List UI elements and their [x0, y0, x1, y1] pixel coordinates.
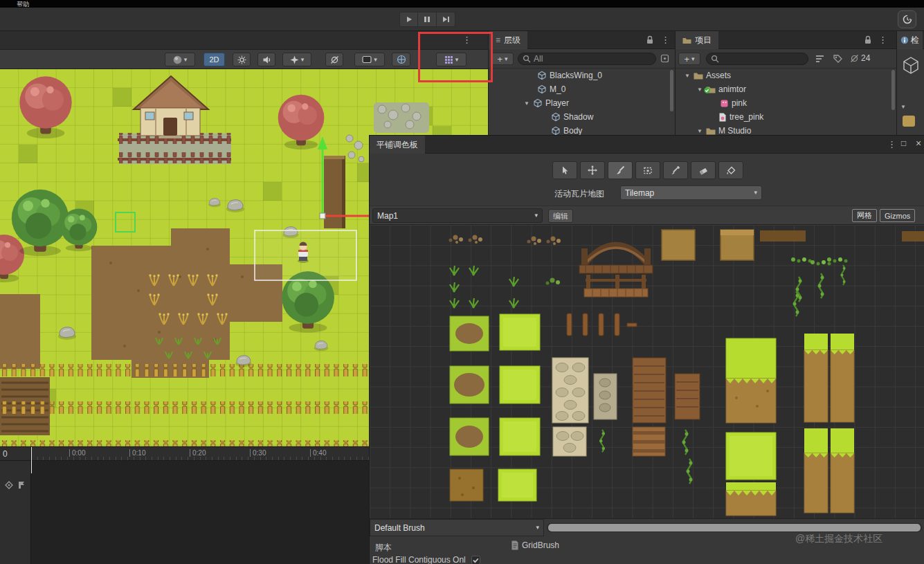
ruler-tick-label: 0:00 — [69, 449, 85, 457]
picker-tool-button[interactable] — [663, 161, 688, 179]
selected-object-cube-icon — [902, 56, 920, 74]
visibility-toggle[interactable] — [325, 53, 343, 66]
move-tool-button[interactable] — [580, 161, 605, 179]
search-picker-icon[interactable] — [660, 54, 669, 63]
history-icon — [902, 14, 913, 25]
palette-hscrollbar-thumb[interactable] — [548, 524, 921, 531]
project-panel: 项目 ⋮ + ▾ 24 ▼ Assets ▼ anim — [675, 31, 896, 135]
hierarchy-context-menu-icon[interactable]: ⋮ — [661, 35, 670, 44]
expander-icon[interactable]: ▼ — [684, 73, 691, 79]
script-field-value: GridBrush — [511, 540, 559, 550]
tab-inspector[interactable]: 检 — [897, 31, 923, 49]
audio-toggle[interactable] — [257, 53, 275, 66]
lock-icon[interactable] — [646, 35, 654, 44]
project-row[interactable]: ▼ animtor — [696, 82, 746, 96]
plus-icon: + — [497, 55, 502, 64]
pause-icon — [424, 15, 431, 24]
hierarchy-search-input[interactable]: All — [518, 53, 656, 65]
timeline-panel: 0 0:00 0:10 0:20 0:30 0:40 — [0, 446, 369, 564]
hidden-count-label: 24 — [861, 53, 870, 63]
tile-palette-tabbar: 平铺调色板 ⋮ □ × — [370, 136, 924, 154]
folder-icon — [682, 37, 691, 44]
tile-palette-panel: 平铺调色板 ⋮ □ × — [369, 135, 924, 564]
expander-icon[interactable]: ▼ — [696, 128, 703, 134]
play-icon — [405, 15, 413, 24]
lighting-toggle[interactable] — [233, 53, 251, 66]
plus-icon: + — [684, 55, 689, 64]
hierarchy-row[interactable]: Shadow — [551, 110, 593, 124]
tab-hierarchy[interactable]: ≡ 层级 — [489, 31, 527, 49]
hierarchy-add-button[interactable]: + ▾ — [491, 53, 514, 65]
palette-select-dropdown[interactable]: Map1 ▾ — [372, 208, 543, 223]
project-scrollbar[interactable] — [891, 70, 895, 110]
hierarchy-tab-label: 层级 — [504, 35, 520, 46]
step-button[interactable] — [437, 12, 455, 27]
brush-dropdown[interactable]: Default Brush ▾ — [370, 519, 544, 536]
shading-mode-dropdown[interactable]: ▾ — [165, 53, 195, 66]
palette-canvas[interactable] — [370, 225, 924, 518]
eraser-tool-button[interactable] — [691, 161, 716, 179]
gizmos-axis-button[interactable] — [392, 53, 410, 66]
timeline-playhead[interactable] — [31, 447, 32, 473]
scene-menu-icon[interactable]: ⋮ — [462, 35, 471, 44]
gizmos-dropdown-button[interactable]: Gizmos — [880, 209, 915, 222]
hierarchy-row[interactable]: M_0 — [537, 82, 565, 96]
search-by-label-icon[interactable] — [833, 54, 842, 63]
project-item-label: tree_pink — [730, 112, 763, 122]
project-row[interactable]: ▼ Assets — [684, 69, 731, 82]
lock-icon[interactable] — [864, 35, 872, 44]
effects-dropdown[interactable]: ▾ — [282, 53, 311, 66]
menu-help[interactable]: 帮助 — [17, 0, 29, 8]
hierarchy-scrollbar[interactable] — [670, 70, 673, 111]
tab-project[interactable]: 项目 — [676, 31, 718, 49]
project-item-label: Assets — [706, 71, 731, 80]
expander-icon[interactable]: ▼ — [523, 100, 530, 107]
project-context-menu-icon[interactable]: ⋮ — [878, 35, 887, 44]
project-search-input[interactable] — [706, 53, 808, 65]
palette-hscrollbar[interactable] — [547, 523, 922, 532]
history-button[interactable] — [898, 10, 916, 28]
maximize-icon[interactable]: □ — [901, 139, 906, 147]
menu-bar: 帮助 — [0, 0, 924, 8]
fill-tool-button[interactable] — [718, 161, 743, 179]
inspector-foldout-caret-icon[interactable]: ▼ — [900, 104, 906, 110]
palette-context-menu-icon[interactable]: ⋮ — [887, 140, 896, 149]
box-tool-button[interactable] — [635, 161, 660, 179]
timeline-ruler[interactable]: 0:00 0:10 0:20 0:30 0:40 — [31, 447, 369, 461]
project-row[interactable]: pink — [720, 96, 747, 110]
tilemap-grid-dropdown[interactable]: ▾ — [436, 53, 466, 66]
caret-down-icon: ▾ — [505, 56, 508, 62]
tab-tile-palette[interactable]: 平铺调色板 — [370, 136, 425, 154]
add-keyframe-button[interactable] — [4, 480, 14, 490]
close-icon[interactable]: × — [916, 138, 921, 148]
pause-button[interactable] — [418, 12, 437, 27]
project-add-button[interactable]: + ▾ — [678, 53, 700, 65]
hidden-count-eye-icon[interactable] — [850, 54, 859, 63]
active-tilemap-dropdown[interactable]: Tilemap ▾ — [620, 185, 762, 200]
2d-toggle[interactable]: 2D — [203, 53, 225, 66]
caret-down-icon: ▾ — [455, 57, 459, 63]
project-row[interactable]: tree_pink — [718, 110, 763, 124]
inspector-tabbar: 检 — [897, 31, 924, 49]
play-button[interactable] — [399, 12, 418, 27]
add-event-button[interactable] — [17, 480, 26, 490]
search-by-type-icon[interactable] — [815, 54, 824, 63]
scene-toolbar: ▾ 2D ▾ ▾ — [0, 50, 488, 69]
ruler-tick-label: 0:40 — [310, 449, 326, 457]
brush-tool-button[interactable] — [608, 161, 633, 179]
camera-preview-dropdown[interactable]: ▾ — [354, 53, 385, 66]
hierarchy-row[interactable]: ▼ Player — [523, 96, 569, 110]
timeline-frame-field[interactable]: 0 — [0, 447, 31, 461]
timeline-lanes[interactable] — [31, 461, 369, 564]
hierarchy-item-label: BlacksWing_0 — [550, 71, 602, 80]
expander-icon[interactable]: ▼ — [696, 87, 703, 93]
grid-toggle-button[interactable]: 网格 — [852, 209, 877, 222]
flood-fill-checkbox[interactable] — [471, 556, 480, 564]
project-row[interactable]: ▼ M Studio — [696, 124, 751, 135]
caret-down-icon: ▾ — [691, 56, 695, 62]
hierarchy-row[interactable]: Body — [551, 124, 582, 135]
hierarchy-row[interactable]: BlacksWing_0 — [537, 69, 602, 82]
edit-palette-button[interactable]: 编辑 — [548, 209, 573, 223]
lighting-icon — [237, 55, 246, 64]
select-tool-button[interactable] — [552, 161, 577, 179]
